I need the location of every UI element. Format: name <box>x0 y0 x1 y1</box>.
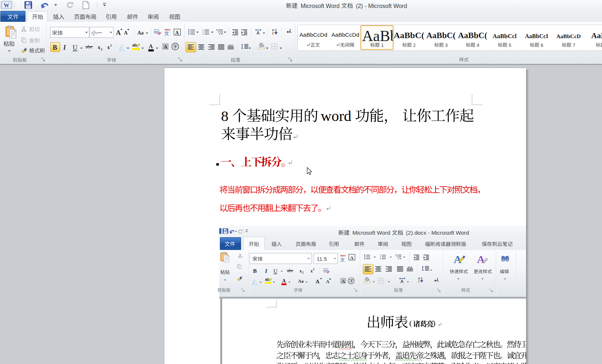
svg-text:I: I <box>63 44 66 51</box>
svg-text:Microsoft Word: Microsoft Word <box>352 230 390 236</box>
svg-text:A: A <box>164 44 168 50</box>
svg-text:A: A <box>116 29 121 36</box>
svg-text:AaB: AaB <box>591 31 602 40</box>
svg-text:3: 3 <box>445 43 448 48</box>
svg-text:U: U <box>273 268 277 274</box>
svg-text:A: A <box>316 279 320 284</box>
svg-text:x: x <box>98 45 100 50</box>
svg-text:A: A <box>342 279 345 284</box>
svg-text:Aa: Aa <box>324 269 328 272</box>
svg-text:2: 2 <box>313 268 314 271</box>
svg-text:AaBbC(: AaBbC( <box>394 31 424 40</box>
svg-text:x: x <box>300 268 302 274</box>
svg-text:Aa: Aa <box>137 30 144 36</box>
svg-text:W: W <box>4 2 9 8</box>
svg-text:(2) - Microsoft Word: (2) - Microsoft Word <box>356 3 407 9</box>
svg-text:A: A <box>401 279 404 284</box>
svg-text:A: A <box>477 253 485 265</box>
svg-text:A: A <box>282 278 286 284</box>
svg-text:Aa: Aa <box>298 279 304 284</box>
svg-text:A: A <box>124 30 128 36</box>
svg-text:x: x <box>107 45 110 50</box>
svg-text:AaBbCcDd: AaBbCcDd <box>300 32 328 38</box>
svg-text:8: 8 <box>221 108 229 124</box>
svg-text:AaBb: AaBb <box>362 28 398 44</box>
svg-text:Z: Z <box>272 32 274 35</box>
svg-text:ab: ab <box>265 278 269 282</box>
svg-text:AaBbC(: AaBbC( <box>426 31 456 40</box>
svg-text:B: B <box>53 44 57 51</box>
svg-text:3: 3 <box>380 258 381 260</box>
svg-text:word: word <box>321 108 351 124</box>
svg-text:A: A <box>252 279 257 286</box>
svg-text:wén: wén <box>164 28 170 31</box>
svg-text:A: A <box>149 43 153 49</box>
svg-text:Aa: Aa <box>155 30 158 33</box>
svg-text:2: 2 <box>110 44 112 47</box>
svg-text:AaBbC(: AaBbC( <box>458 31 487 40</box>
svg-text:(2).docx - Microsoft Word: (2).docx - Microsoft Word <box>406 230 469 236</box>
svg-text:wén: wén <box>340 254 346 257</box>
svg-text:B: B <box>253 268 257 274</box>
svg-text:A: A <box>350 255 354 260</box>
svg-text:Z: Z <box>418 280 420 283</box>
svg-text:6: 6 <box>541 43 543 48</box>
svg-text:2: 2 <box>302 271 304 274</box>
svg-text:A: A <box>175 30 179 36</box>
svg-text:3: 3 <box>202 33 204 35</box>
svg-text:A: A <box>119 44 125 52</box>
svg-text:Microsoft Word: Microsoft Word <box>301 3 340 9</box>
svg-text:A: A <box>326 279 329 284</box>
svg-text:7: 7 <box>573 43 575 48</box>
svg-text:11.5: 11.5 <box>317 256 327 262</box>
svg-text:AaBbCcDd: AaBbCcDd <box>332 32 360 38</box>
svg-text:A: A <box>257 31 260 36</box>
svg-text:2: 2 <box>101 48 103 51</box>
svg-text:U: U <box>73 44 77 51</box>
svg-text:4: 4 <box>477 43 479 48</box>
svg-text:AaBbCcD: AaBbCcD <box>556 33 581 39</box>
svg-text:AaBbCcI: AaBbCcI <box>525 33 548 39</box>
svg-text:2: 2 <box>413 43 416 48</box>
svg-text:AaBbCcl: AaBbCcl <box>493 33 517 40</box>
svg-text:5: 5 <box>509 43 511 48</box>
svg-text:ab: ab <box>132 43 137 47</box>
svg-text:x: x <box>310 268 313 274</box>
svg-text:I: I <box>265 268 268 274</box>
